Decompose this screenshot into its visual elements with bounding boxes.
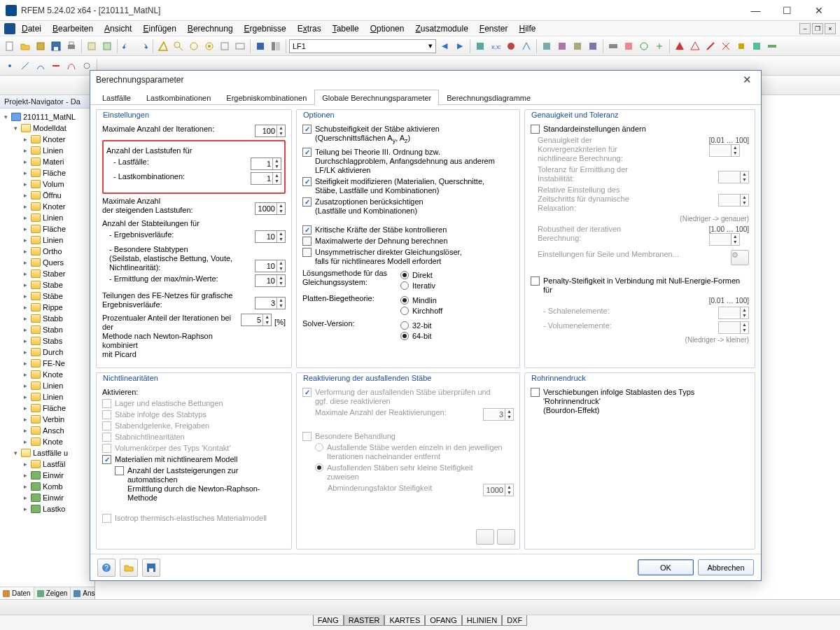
tree-item[interactable]: ▸Einwir: [0, 470, 94, 481]
tree-item[interactable]: ▸Quers: [0, 257, 94, 268]
radio-32bit[interactable]: [400, 321, 409, 330]
tree-item[interactable]: ▸Linien: [0, 380, 94, 391]
tree-item[interactable]: ▸Linien: [0, 145, 94, 156]
tool-icon[interactable]: [100, 39, 114, 53]
tree-item[interactable]: ▸Lastko: [0, 503, 94, 514]
radio-iterativ[interactable]: [400, 281, 409, 290]
fenetz-spinner[interactable]: ▲▼: [255, 297, 286, 309]
menu-ergebnisse[interactable]: Ergebnisse: [239, 22, 291, 35]
lastkomb-spinner[interactable]: ▲▼: [251, 172, 281, 185]
tool-icon[interactable]: [622, 39, 636, 53]
tool-undo-icon[interactable]: [120, 39, 134, 53]
ok-button[interactable]: OK: [638, 559, 694, 575]
checkbox-schubsteifigkeit[interactable]: [302, 125, 312, 134]
window-maximize-button[interactable]: ☐: [771, 1, 803, 20]
tool-icon[interactable]: [704, 39, 718, 53]
tree-item[interactable]: ▸Knote: [0, 436, 94, 447]
checkbox-unsymmetrischer-solver[interactable]: [302, 248, 312, 257]
tree-item[interactable]: ▸Verbin: [0, 414, 94, 425]
lastfaelle-spinner[interactable]: ▲▼: [251, 158, 281, 170]
tree-item[interactable]: ▸FE-Ne: [0, 358, 94, 369]
tool-icon[interactable]: [253, 39, 267, 53]
tool-icon[interactable]: [172, 39, 186, 53]
tab-lastkombinationen[interactable]: Lastkombinationen: [139, 90, 218, 105]
tree-item[interactable]: ▸Komb: [0, 481, 94, 492]
mdi-close-button[interactable]: ×: [825, 23, 836, 34]
menu-berechnung[interactable]: Berechnung: [183, 22, 238, 35]
tool-save-icon[interactable]: [49, 39, 63, 53]
max-laststufen-spinner[interactable]: ▲▼: [255, 202, 286, 215]
tree-item[interactable]: ▸Ortho: [0, 246, 94, 257]
menu-fenster[interactable]: Fenster: [475, 22, 513, 35]
menu-ansicht[interactable]: Ansicht: [99, 22, 136, 35]
menu-tabelle[interactable]: Tabelle: [328, 22, 364, 35]
window-minimize-button[interactable]: —: [740, 1, 771, 20]
tool-icon[interactable]: [688, 39, 702, 53]
tool-print-icon[interactable]: [64, 39, 78, 53]
tree-item[interactable]: ▸Volum: [0, 178, 94, 190]
tool-icon[interactable]: [734, 39, 748, 53]
status-raster[interactable]: RASTER: [344, 615, 385, 626]
tool-icon[interactable]: [156, 39, 170, 53]
tool-icon[interactable]: [85, 39, 99, 53]
menu-bearbeiten[interactable]: Bearbeiten: [48, 22, 98, 35]
tool-prev-icon[interactable]: ◀: [438, 39, 451, 53]
radio-kirchhoff[interactable]: [400, 307, 409, 315]
tool-icon[interactable]: [34, 59, 48, 73]
tool-icon[interactable]: [233, 39, 247, 53]
status-fang[interactable]: FANG: [313, 615, 344, 626]
mdi-restore-button[interactable]: ❐: [812, 23, 823, 34]
tool-icon[interactable]: [673, 39, 687, 53]
tool-new-icon[interactable]: [3, 39, 17, 53]
tree-item[interactable]: ▸Fläche: [0, 167, 94, 178]
cancel-button[interactable]: Abbrechen: [698, 559, 754, 575]
checkbox-materialien-nichtlin[interactable]: [102, 455, 111, 464]
mdi-minimize-button[interactable]: –: [799, 23, 811, 34]
tree-item[interactable]: ▸Fläche: [0, 402, 94, 414]
tool-icon[interactable]: [519, 39, 533, 53]
checkbox-bourdon[interactable]: [531, 388, 540, 397]
tool-icon[interactable]: [570, 39, 584, 53]
navigator-tree[interactable]: ▾210111_MatNL ▾Modelldat ▸Knoter▸Linien▸…: [0, 108, 94, 587]
checkbox-penalty[interactable]: [531, 276, 540, 286]
tool-icon[interactable]: [586, 39, 600, 53]
besondere-stabtypen-spinner[interactable]: ▲▼: [255, 260, 286, 272]
tree-item[interactable]: ▸Linien: [0, 391, 94, 402]
tree-item[interactable]: ▸Öffnu: [0, 190, 94, 201]
tab-ergebniskombinationen[interactable]: Ergebniskombinationen: [218, 90, 314, 105]
menu-hilfe[interactable]: Hilfe: [514, 22, 541, 35]
tool-icon[interactable]: [765, 39, 779, 53]
reakt-button-2[interactable]: [497, 529, 515, 545]
dialog-close-button[interactable]: ✕: [738, 74, 755, 86]
window-close-button[interactable]: ✕: [803, 1, 834, 20]
help-button[interactable]: ?: [97, 559, 115, 577]
tool-icon[interactable]: [555, 39, 569, 53]
tool-open-icon[interactable]: [18, 39, 32, 53]
tree-item[interactable]: ▸Stabn: [0, 324, 94, 335]
menu-einfuegen[interactable]: Einfügen: [138, 22, 181, 35]
tree-item[interactable]: ▸Stabs: [0, 335, 94, 346]
status-dxf[interactable]: DXF: [502, 615, 527, 626]
radio-direkt[interactable]: [400, 271, 409, 279]
menu-optionen[interactable]: Optionen: [365, 22, 410, 35]
checkbox-laststeigerung-auto[interactable]: [115, 466, 124, 475]
status-ofang[interactable]: OFANG: [425, 615, 462, 626]
checkbox-steifigkeit-modifizieren[interactable]: [302, 177, 312, 186]
status-hlinien[interactable]: HLINIEN: [462, 615, 502, 626]
status-kartes[interactable]: KARTES: [384, 615, 425, 626]
tool-icon[interactable]: [64, 59, 78, 73]
tab-lastfaelle[interactable]: Lastfälle: [94, 90, 139, 105]
tree-item[interactable]: ▸Staber: [0, 268, 94, 279]
maxmin-spinner[interactable]: ▲▼: [255, 274, 286, 287]
tool-icon[interactable]: [3, 59, 17, 73]
menu-extras[interactable]: Extras: [293, 22, 326, 35]
tree-item[interactable]: ▸Durch: [0, 346, 94, 358]
tree-item[interactable]: ▸Einwir: [0, 492, 94, 503]
checkbox-zusatzoptionen[interactable]: [302, 197, 312, 206]
tree-item[interactable]: ▸Linien: [0, 234, 94, 246]
nav-tab-zeigen[interactable]: Zeigen: [34, 587, 71, 599]
tree-item[interactable]: ▸Linien: [0, 212, 94, 223]
tool-icon[interactable]: [18, 59, 32, 73]
tree-item[interactable]: ▸Stabe: [0, 279, 94, 290]
tree-item[interactable]: ▸Lastfäl: [0, 458, 94, 470]
